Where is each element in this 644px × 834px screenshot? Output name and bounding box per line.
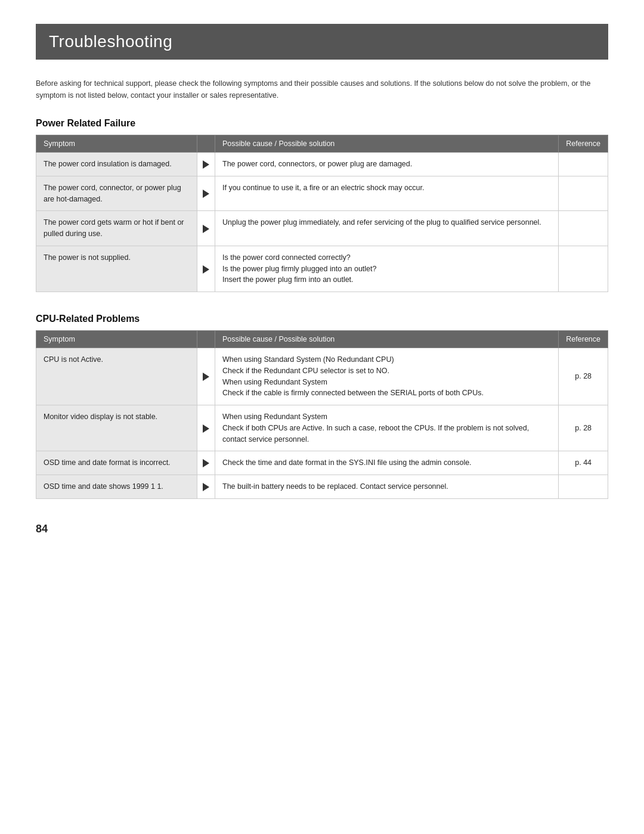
reference-cell bbox=[559, 475, 608, 499]
arrow-cell bbox=[197, 246, 215, 292]
arrow-cell bbox=[197, 176, 215, 211]
cause-cell: Check the time and date format in the SY… bbox=[215, 451, 559, 475]
symptom-cell: The power cord, connector, or power plug… bbox=[36, 176, 197, 211]
col-header-arrow bbox=[197, 331, 215, 348]
symptom-cell: CPU is not Active. bbox=[36, 348, 197, 405]
arrow-cell bbox=[197, 405, 215, 451]
table-power: SymptomPossible cause / Possible solutio… bbox=[36, 135, 608, 292]
arrow-icon bbox=[203, 373, 209, 381]
table-row: Monitor video display is not stable.When… bbox=[36, 405, 608, 451]
table-row: The power cord gets warm or hot if bent … bbox=[36, 211, 608, 246]
reference-cell bbox=[559, 176, 608, 211]
arrow-icon bbox=[203, 160, 209, 169]
table-row: The power is not supplied.Is the power c… bbox=[36, 246, 608, 292]
col-header-cause: Possible cause / Possible solution bbox=[215, 135, 559, 153]
col-header-arrow bbox=[197, 135, 215, 153]
cause-cell: Unplug the power plug immediately, and r… bbox=[215, 211, 559, 246]
arrow-icon bbox=[203, 424, 209, 433]
reference-cell bbox=[559, 246, 608, 292]
col-header-symptom: Symptom bbox=[36, 135, 197, 153]
col-header-symptom: Symptom bbox=[36, 331, 197, 348]
symptom-cell: The power cord gets warm or hot if bent … bbox=[36, 211, 197, 246]
arrow-icon bbox=[203, 265, 209, 274]
table-row: The power cord insulation is damaged.The… bbox=[36, 153, 608, 176]
table-row: OSD time and date format is incorrect.Ch… bbox=[36, 451, 608, 475]
arrow-icon bbox=[203, 225, 209, 233]
cause-cell: When using Standard System (No Redundant… bbox=[215, 348, 559, 405]
symptom-cell: The power cord insulation is damaged. bbox=[36, 153, 197, 176]
page-wrapper: Troubleshooting Before asking for techni… bbox=[0, 0, 644, 571]
symptom-cell: OSD time and date shows 1999 1 1. bbox=[36, 475, 197, 499]
intro-text: Before asking for technical support, ple… bbox=[36, 77, 608, 101]
cause-cell: Is the power cord connected correctly?Is… bbox=[215, 246, 559, 292]
reference-cell bbox=[559, 211, 608, 246]
page-number: 84 bbox=[36, 523, 608, 535]
symptom-cell: The power is not supplied. bbox=[36, 246, 197, 292]
col-header-reference: Reference bbox=[559, 135, 608, 153]
reference-cell bbox=[559, 153, 608, 176]
cause-cell: When using Redundant SystemCheck if both… bbox=[215, 405, 559, 451]
table-cpu: SymptomPossible cause / Possible solutio… bbox=[36, 330, 608, 499]
symptom-cell: OSD time and date format is incorrect. bbox=[36, 451, 197, 475]
arrow-icon bbox=[203, 190, 209, 198]
section-title-cpu: CPU-Related Problems bbox=[36, 314, 608, 324]
table-row: OSD time and date shows 1999 1 1.The bui… bbox=[36, 475, 608, 499]
arrow-cell bbox=[197, 451, 215, 475]
arrow-cell bbox=[197, 475, 215, 499]
arrow-icon bbox=[203, 483, 209, 491]
reference-cell: p. 28 bbox=[559, 405, 608, 451]
reference-cell: p. 44 bbox=[559, 451, 608, 475]
title-bar: Troubleshooting bbox=[36, 24, 608, 60]
arrow-cell bbox=[197, 348, 215, 405]
arrow-cell bbox=[197, 211, 215, 246]
symptom-cell: Monitor video display is not stable. bbox=[36, 405, 197, 451]
cause-cell: The built-in battery needs to be replace… bbox=[215, 475, 559, 499]
cause-cell: The power cord, connectors, or power plu… bbox=[215, 153, 559, 176]
col-header-reference: Reference bbox=[559, 331, 608, 348]
col-header-cause: Possible cause / Possible solution bbox=[215, 331, 559, 348]
table-row: CPU is not Active.When using Standard Sy… bbox=[36, 348, 608, 405]
page-title: Troubleshooting bbox=[49, 32, 595, 51]
reference-cell: p. 28 bbox=[559, 348, 608, 405]
section-title-power: Power Related Failure bbox=[36, 118, 608, 129]
cause-cell: If you continue to use it, a fire or an … bbox=[215, 176, 559, 211]
sections-container: Power Related FailureSymptomPossible cau… bbox=[36, 118, 608, 499]
arrow-cell bbox=[197, 153, 215, 176]
table-row: The power cord, connector, or power plug… bbox=[36, 176, 608, 211]
arrow-icon bbox=[203, 459, 209, 467]
